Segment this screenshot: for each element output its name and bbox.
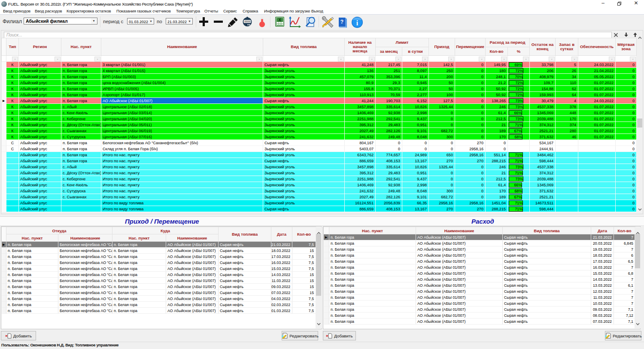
svg-text:X: X	[278, 18, 281, 22]
svg-text:i: i	[356, 19, 358, 27]
svg-text:00000: 00000	[244, 20, 250, 23]
svg-text:?: ?	[340, 19, 343, 25]
